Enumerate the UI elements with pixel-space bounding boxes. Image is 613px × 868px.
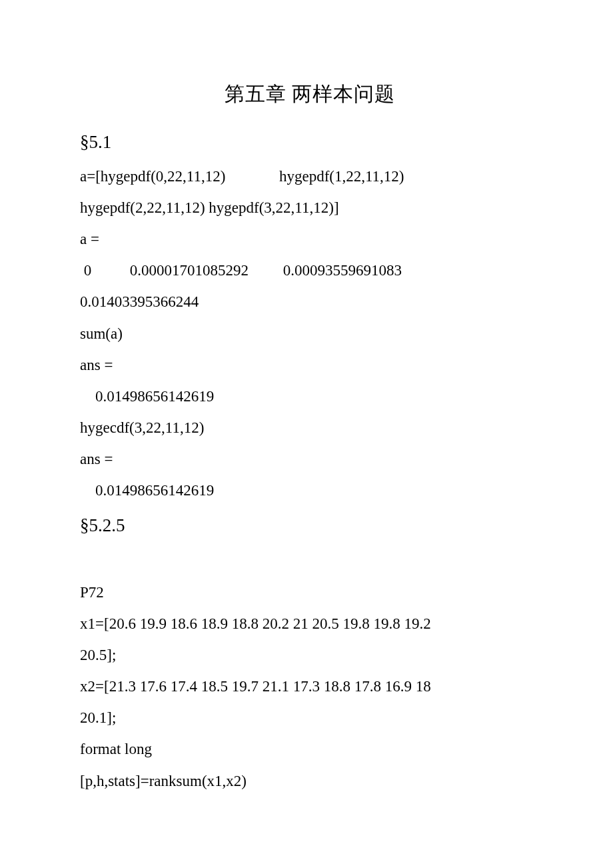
code-line: 20.1]; — [80, 702, 540, 733]
output-line: 0.01403395366244 — [80, 286, 540, 317]
code-line: sum(a) — [80, 318, 540, 349]
code-line: x1=[20.6 19.9 18.6 18.9 18.8 20.2 21 20.… — [80, 608, 540, 639]
code-line: 20.5]; — [80, 639, 540, 671]
code-line: x2=[21.3 17.6 17.4 18.5 19.7 21.1 17.3 1… — [80, 671, 540, 702]
blank-line — [80, 545, 540, 577]
output-line: a = — [80, 223, 540, 255]
output-line: 0.01498656142619 — [80, 475, 540, 506]
document-page: 第五章 两样本问题 §5.1 a=[hygepdf(0,22,11,12) hy… — [0, 0, 613, 868]
output-line: 0.01498656142619 — [80, 381, 540, 412]
section-5-1: §5.1 — [80, 124, 540, 161]
code-line: hygepdf(2,22,11,12) hygepdf(3,22,11,12)] — [80, 192, 540, 223]
output-line: 0 0.00001701085292 0.00093559691083 — [80, 255, 540, 286]
code-line: hygecdf(3,22,11,12) — [80, 412, 540, 443]
output-line: ans = — [80, 443, 540, 475]
page-ref: P72 — [80, 577, 540, 608]
chapter-title: 第五章 两样本问题 — [80, 73, 540, 115]
code-line: [p,h,stats]=ranksum(x1,x2) — [80, 765, 540, 797]
code-line: a=[hygepdf(0,22,11,12) hygepdf(1,22,11,1… — [80, 161, 540, 192]
code-line: format long — [80, 733, 540, 765]
output-line: ans = — [80, 349, 540, 381]
section-5-2-5: §5.2.5 — [80, 507, 540, 544]
